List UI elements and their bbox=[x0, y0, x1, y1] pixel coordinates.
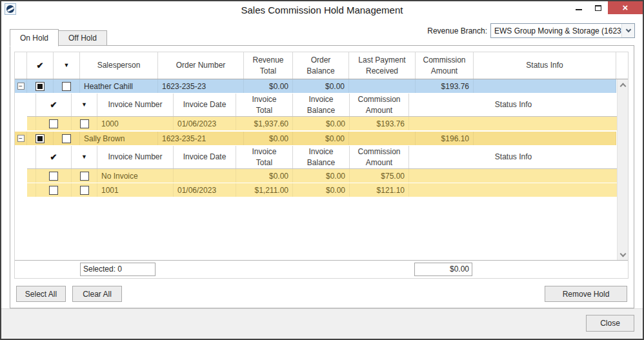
invoice-column-header-commission[interactable]: Commission Amount bbox=[350, 146, 409, 168]
tab-page-on-hold: ✔ ▼ Salesperson Order Number Revenue Tot… bbox=[10, 45, 634, 308]
salesperson-row[interactable]: − Heather Cahill 1623-235-23 $0.00 $0.00… bbox=[15, 79, 616, 94]
invoice-row[interactable]: 1001 01/06/2023 $1,211.00 $0.00 $121.10 bbox=[27, 183, 618, 197]
remove-hold-button[interactable]: Remove Hold bbox=[545, 286, 627, 302]
check-icon: ✔ bbox=[50, 152, 57, 163]
select-checkbox[interactable] bbox=[35, 82, 45, 91]
revenue-branch-row: Revenue Branch: EWS Group Moving & Stora… bbox=[427, 23, 635, 38]
flag-checkbox[interactable] bbox=[62, 82, 71, 91]
scroll-down-button[interactable] bbox=[618, 249, 629, 260]
invoice-column-header-flag[interactable]: ▼ bbox=[72, 94, 97, 116]
column-header-select[interactable]: ✔ bbox=[27, 52, 54, 79]
grid-footer: Selected: 0 $0.00 bbox=[15, 260, 628, 278]
salesperson-row[interactable]: − Sally Brown 1623-235-21 $0.00 $0.00 $1… bbox=[15, 132, 616, 146]
order-number-cell: 1623-235-23 bbox=[158, 79, 244, 93]
revenue-branch-select[interactable]: EWS Group Moving & Storage (1623) bbox=[490, 23, 635, 38]
combo-dropdown-button[interactable] bbox=[621, 24, 634, 37]
invoice-select-checkbox[interactable] bbox=[49, 172, 58, 181]
invoice-flag-checkbox[interactable] bbox=[80, 172, 89, 181]
clear-all-button[interactable]: Clear All bbox=[72, 286, 122, 302]
column-header-salesperson[interactable]: Salesperson bbox=[80, 52, 158, 79]
close-window-button[interactable]: × bbox=[608, 1, 643, 14]
vertical-scrollbar[interactable] bbox=[617, 79, 628, 260]
invoice-balance-cell: $0.00 bbox=[293, 117, 350, 130]
invoice-column-header-date[interactable]: Invoice Date bbox=[174, 94, 236, 116]
column-header-last-payment[interactable]: Last Payment Received bbox=[349, 52, 416, 79]
invoice-grid: ✔ ▼ Invoice Number Invoice Date Invoice … bbox=[27, 146, 618, 197]
invoice-status-cell bbox=[409, 117, 618, 130]
order-balance-cell: $0.00 bbox=[293, 79, 349, 93]
salesperson-cell: Sally Brown bbox=[80, 132, 158, 145]
invoice-column-header-date[interactable]: Invoice Date bbox=[174, 146, 236, 168]
tab-on-hold[interactable]: On Hold bbox=[10, 29, 59, 46]
maximize-icon bbox=[595, 5, 601, 11]
filter-icon: ▼ bbox=[81, 153, 87, 161]
filter-icon: ▼ bbox=[64, 61, 70, 69]
maximize-button[interactable] bbox=[589, 1, 608, 14]
invoice-status-cell bbox=[409, 169, 618, 183]
invoice-column-header-number[interactable]: Invoice Number bbox=[97, 146, 174, 168]
grid-viewport: − Heather Cahill 1623-235-23 $0.00 $0.00… bbox=[15, 79, 628, 260]
invoice-header-row: ✔ ▼ Invoice Number Invoice Date Invoice … bbox=[27, 94, 618, 117]
commission-amount-cell: $193.76 bbox=[416, 79, 474, 93]
flag-checkbox[interactable] bbox=[62, 134, 71, 143]
tab-off-hold[interactable]: Off Hold bbox=[58, 30, 107, 46]
minimize-icon bbox=[576, 9, 582, 10]
header-filler bbox=[616, 52, 628, 79]
order-number-cell: 1623-235-21 bbox=[158, 132, 244, 145]
minimize-button[interactable] bbox=[569, 1, 589, 14]
invoice-grid: ✔ ▼ Invoice Number Invoice Date Invoice … bbox=[27, 94, 618, 131]
invoice-column-header-balance[interactable]: Invoice Balance bbox=[293, 146, 350, 168]
invoice-flag-checkbox[interactable] bbox=[80, 186, 89, 195]
column-header-order-number[interactable]: Order Number bbox=[158, 52, 244, 79]
last-payment-cell bbox=[349, 79, 416, 93]
invoice-column-header-status[interactable]: Status Info bbox=[409, 146, 618, 168]
chevron-down-icon bbox=[625, 27, 630, 32]
invoice-balance-cell: $0.00 bbox=[293, 169, 350, 183]
close-dialog-button[interactable]: Close bbox=[586, 315, 634, 332]
invoice-row-header-spacer bbox=[27, 94, 36, 116]
collapse-button[interactable]: − bbox=[17, 135, 25, 142]
revenue-total-cell: $0.00 bbox=[244, 79, 293, 93]
status-info-cell bbox=[474, 132, 616, 145]
invoice-column-header-select[interactable]: ✔ bbox=[36, 146, 72, 168]
invoice-column-header-flag[interactable]: ▼ bbox=[72, 146, 97, 168]
invoice-column-header-select[interactable]: ✔ bbox=[36, 94, 72, 116]
selected-count-box: Selected: 0 bbox=[80, 263, 156, 276]
invoice-status-cell bbox=[409, 183, 618, 197]
invoice-column-header-number[interactable]: Invoice Number bbox=[97, 94, 174, 116]
invoice-commission-cell: $193.76 bbox=[350, 117, 409, 130]
invoice-date-cell: 01/06/2023 bbox=[174, 183, 236, 197]
collapse-button[interactable]: − bbox=[17, 83, 25, 90]
column-header-commission[interactable]: Commission Amount bbox=[416, 52, 474, 79]
invoice-column-header-status[interactable]: Status Info bbox=[409, 94, 618, 116]
invoice-commission-cell: $121.10 bbox=[350, 183, 409, 197]
chevron-down-icon bbox=[620, 250, 627, 257]
salesperson-cell: Heather Cahill bbox=[80, 79, 158, 93]
column-header-status-info[interactable]: Status Info bbox=[474, 52, 616, 79]
invoice-column-header-commission[interactable]: Commission Amount bbox=[350, 94, 409, 116]
tab-strip: On Hold Off Hold bbox=[10, 28, 106, 46]
invoice-column-header-total[interactable]: Invoice Total bbox=[236, 94, 293, 116]
invoice-date-cell bbox=[174, 169, 236, 183]
invoice-row[interactable]: No Invoice $0.00 $0.00 $75.00 bbox=[27, 169, 618, 183]
column-header-order-balance[interactable]: Order Balance bbox=[293, 52, 349, 79]
invoice-number-cell: 1001 bbox=[97, 183, 174, 197]
invoice-column-header-balance[interactable]: Invoice Balance bbox=[293, 94, 350, 116]
column-header-expander bbox=[15, 52, 27, 79]
invoice-row[interactable]: 1000 01/06/2023 $1,937.60 $0.00 $193.76 bbox=[27, 117, 618, 131]
invoice-flag-checkbox[interactable] bbox=[80, 119, 89, 128]
scroll-up-button[interactable] bbox=[618, 79, 629, 90]
invoice-balance-cell: $0.00 bbox=[293, 183, 350, 197]
invoice-select-checkbox[interactable] bbox=[49, 119, 58, 128]
window-controls: × bbox=[569, 1, 643, 14]
status-info-cell bbox=[474, 79, 616, 93]
invoice-row-header-spacer bbox=[27, 146, 36, 168]
invoice-select-checkbox[interactable] bbox=[49, 186, 58, 195]
column-header-flag[interactable]: ▼ bbox=[54, 52, 80, 79]
column-header-revenue-total[interactable]: Revenue Total bbox=[244, 52, 293, 79]
select-all-button[interactable]: Select All bbox=[16, 286, 66, 302]
check-icon: ✔ bbox=[37, 60, 44, 72]
commission-hold-grid: ✔ ▼ Salesperson Order Number Revenue Tot… bbox=[14, 52, 629, 279]
invoice-column-header-total[interactable]: Invoice Total bbox=[236, 146, 293, 168]
select-checkbox[interactable] bbox=[35, 134, 45, 143]
